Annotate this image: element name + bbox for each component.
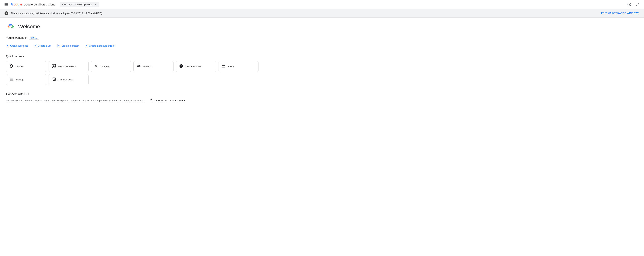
transfer-data-label: Transfer Data [58, 78, 73, 81]
breadcrumb-dropdown-icon: ▾ [95, 3, 96, 6]
svg-line-12 [95, 66, 96, 67]
help-button[interactable] [626, 1, 633, 8]
clusters-icon [94, 64, 98, 69]
breadcrumb-org-label: org-1 [68, 3, 74, 6]
svg-point-4 [54, 65, 54, 66]
quick-access-card-access[interactable]: Access [6, 61, 46, 72]
virtual-machines-label: Virtual Machines [58, 65, 76, 68]
welcome-section: Welcome [6, 22, 258, 31]
create-project-link[interactable]: + Create a project [6, 44, 28, 47]
welcome-title: Welcome [18, 23, 40, 30]
quick-access-card-projects[interactable]: Projects [134, 61, 174, 72]
create-vm-link[interactable]: + Create a vm [34, 44, 52, 47]
nav-icons [626, 1, 641, 8]
maintenance-banner: i There is an upcoming maintenance windo… [0, 9, 644, 17]
download-cli-label: DOWNLOAD CLI BUNDLE [154, 99, 186, 102]
billing-label: Billing [228, 65, 234, 68]
main-content: Welcome You're working in org-1 + Create… [0, 17, 264, 107]
quick-access-card-transfer-data[interactable]: Transfer Data [48, 74, 89, 85]
org-badge[interactable]: org-1 [29, 36, 39, 40]
create-vm-label: Create a vm [38, 44, 52, 47]
cli-description: You will need to use both our CLI bundle… [6, 99, 145, 102]
breadcrumb-project-label: Select project... [77, 3, 94, 6]
logo-area: Google Google Distributed Cloud [11, 2, 55, 6]
quick-access-row2: Storage Transfer Data [6, 74, 258, 85]
banner-text: There is an upcoming maintenance window … [10, 12, 601, 15]
download-icon [149, 98, 153, 103]
create-project-label: Create a project [10, 44, 28, 47]
quick-access-card-billing[interactable]: Billing [218, 61, 258, 72]
create-storage-bucket-link[interactable]: + Create a storage bucket [85, 44, 115, 47]
access-icon [9, 64, 14, 69]
edit-maintenance-button[interactable]: EDIT MAINTENANCE WINDOWS [601, 12, 640, 14]
logo-product-name: Google Distributed Cloud [24, 3, 55, 6]
google-logo: Google [11, 2, 22, 6]
banner-info-icon: i [4, 11, 8, 15]
cli-section: Connect with CLI You will need to use bo… [6, 92, 258, 103]
top-navigation: Google Google Distributed Cloud org-1 › … [0, 0, 644, 9]
create-cluster-label: Create a cluster [62, 44, 79, 47]
quick-access-card-documentation[interactable]: Documentation [176, 61, 216, 72]
svg-line-10 [95, 65, 96, 66]
menu-icon[interactable] [3, 2, 10, 7]
storage-icon [9, 77, 14, 82]
create-cluster-link[interactable]: + Create a cluster [57, 44, 79, 47]
storage-label: Storage [16, 78, 24, 81]
create-storage-bucket-label: Create a storage bucket [89, 44, 115, 47]
documentation-icon [179, 64, 183, 69]
quick-access-card-vms[interactable]: Virtual Machines [48, 61, 89, 72]
cli-content: You will need to use both our CLI bundle… [6, 98, 258, 103]
access-label: Access [16, 65, 24, 68]
download-cli-bundle-button[interactable]: DOWNLOAD CLI BUNDLE [149, 98, 186, 103]
create-project-plus-icon: + [6, 44, 9, 47]
create-storage-bucket-plus-icon: + [85, 44, 88, 47]
documentation-label: Documentation [186, 65, 202, 68]
projects-label: Projects [143, 65, 152, 68]
svg-line-13 [96, 66, 97, 67]
billing-icon [222, 64, 226, 69]
virtual-machines-icon [52, 64, 56, 69]
svg-line-11 [96, 65, 97, 66]
clusters-label: Clusters [100, 65, 110, 68]
transfer-data-icon [52, 77, 56, 82]
breadcrumb[interactable]: org-1 › Select project... ▾ [60, 2, 99, 7]
quick-access-card-clusters[interactable]: Clusters [91, 61, 131, 72]
quick-access-section: Quick access Access [6, 55, 258, 85]
working-in-section: You're working in org-1 [6, 36, 258, 40]
working-in-label: You're working in [6, 36, 28, 39]
quick-access-title: Quick access [6, 55, 258, 58]
breadcrumb-chevron-icon: › [75, 3, 76, 6]
create-vm-plus-icon: + [34, 44, 37, 47]
quick-access-card-storage[interactable]: Storage [6, 74, 46, 85]
create-cluster-plus-icon: + [57, 44, 60, 47]
google-cloud-logo [6, 22, 15, 31]
cli-title: Connect with CLI [6, 92, 258, 96]
breadcrumb-org-icon [62, 4, 66, 5]
quick-access-row1: Access Virtual Machines [6, 61, 258, 72]
org-name: org-1 [31, 36, 37, 39]
quick-create-section: + Create a project + Create a vm + Creat… [6, 44, 258, 47]
projects-icon [136, 64, 141, 69]
account-button[interactable] [634, 1, 641, 8]
